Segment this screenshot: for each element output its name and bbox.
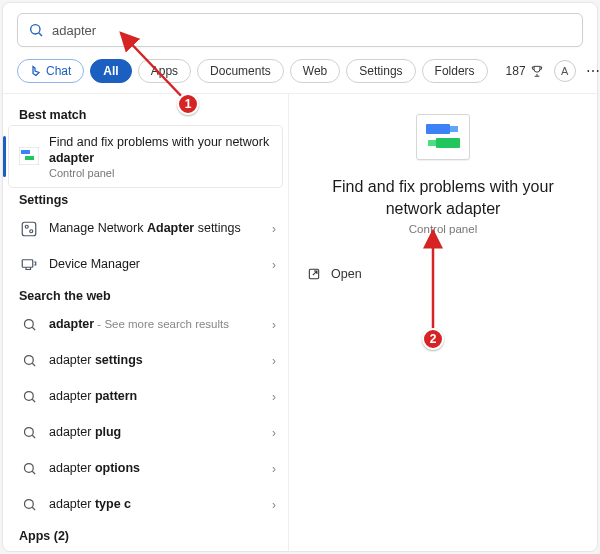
search-icon [19, 495, 39, 515]
filter-web[interactable]: Web [290, 59, 340, 83]
svg-rect-24 [428, 140, 436, 146]
result-web[interactable]: adapter type c › [3, 487, 288, 523]
svg-rect-21 [426, 124, 450, 134]
device-manager-icon [19, 255, 39, 275]
section-best-match: Best match [3, 102, 288, 126]
svg-line-16 [32, 435, 35, 438]
chevron-right-icon: › [272, 462, 276, 476]
result-web[interactable]: adapter pattern › [3, 379, 288, 415]
section-settings: Settings [3, 187, 288, 211]
search-box[interactable] [17, 13, 583, 47]
chevron-right-icon: › [272, 390, 276, 404]
open-icon [307, 267, 321, 281]
svg-line-10 [32, 327, 35, 330]
result-web[interactable]: adapter plug › [3, 415, 288, 451]
troubleshooter-icon [19, 146, 39, 166]
search-icon [19, 351, 39, 371]
settings-icon [19, 219, 39, 239]
section-apps[interactable]: Apps (2) [3, 523, 288, 547]
result-sub: Control panel [49, 167, 270, 179]
svg-rect-22 [436, 138, 460, 148]
open-action[interactable]: Open [305, 261, 581, 287]
search-icon [19, 459, 39, 479]
avatar[interactable]: A [554, 60, 576, 82]
result-web[interactable]: adapter settings › [3, 343, 288, 379]
search-icon [28, 22, 44, 38]
svg-line-14 [32, 399, 35, 402]
svg-rect-4 [25, 156, 34, 160]
result-title: Find and fix problems with your network … [49, 134, 270, 167]
filter-chat[interactable]: Chat [17, 59, 84, 83]
rewards-icon [530, 64, 544, 78]
chevron-right-icon: › [272, 498, 276, 512]
svg-point-11 [24, 356, 33, 365]
chevron-right-icon: › [272, 426, 276, 440]
detail-title: Find and fix problems with your network … [305, 176, 581, 219]
svg-point-7 [30, 229, 33, 232]
detail-subtitle: Control panel [409, 223, 477, 235]
filter-all[interactable]: All [90, 59, 131, 83]
result-best-match[interactable]: Find and fix problems with your network … [9, 126, 282, 187]
svg-point-9 [24, 320, 33, 329]
search-input[interactable] [52, 23, 572, 38]
detail-panel: Find and fix problems with your network … [288, 94, 597, 551]
results-column: Best match Find and fix problems with yo… [3, 94, 288, 551]
search-icon [19, 423, 39, 443]
more-menu-icon[interactable]: ⋯ [586, 63, 600, 79]
detail-icon [416, 114, 470, 160]
filter-settings[interactable]: Settings [346, 59, 415, 83]
filter-apps[interactable]: Apps [138, 59, 191, 83]
chevron-right-icon: › [272, 258, 276, 272]
result-setting-device-manager[interactable]: Device Manager › [3, 247, 288, 283]
svg-point-13 [24, 392, 33, 401]
filter-documents[interactable]: Documents [197, 59, 284, 83]
search-icon [19, 315, 39, 335]
result-web[interactable]: adapter - See more search results › [3, 307, 288, 343]
svg-point-6 [25, 225, 28, 228]
bing-chat-icon [30, 65, 42, 77]
svg-line-12 [32, 363, 35, 366]
svg-line-1 [39, 33, 42, 36]
svg-point-17 [24, 464, 33, 473]
svg-rect-23 [450, 126, 458, 132]
svg-point-19 [24, 500, 33, 509]
chevron-right-icon: › [272, 318, 276, 332]
result-setting-adapter[interactable]: Manage Network Adapter settings › [3, 211, 288, 247]
svg-line-18 [32, 471, 35, 474]
rewards-score[interactable]: 187 [506, 64, 544, 78]
svg-point-0 [31, 25, 40, 34]
svg-line-20 [32, 507, 35, 510]
chevron-right-icon: › [272, 222, 276, 236]
svg-rect-3 [21, 150, 30, 154]
filter-folders[interactable]: Folders [422, 59, 488, 83]
search-icon [19, 387, 39, 407]
svg-rect-5 [22, 222, 36, 236]
result-web[interactable]: adapter options › [3, 451, 288, 487]
section-search-web: Search the web [3, 283, 288, 307]
chevron-right-icon: › [272, 354, 276, 368]
svg-point-15 [24, 428, 33, 437]
svg-rect-8 [22, 259, 33, 267]
filter-chat-label: Chat [46, 64, 71, 78]
